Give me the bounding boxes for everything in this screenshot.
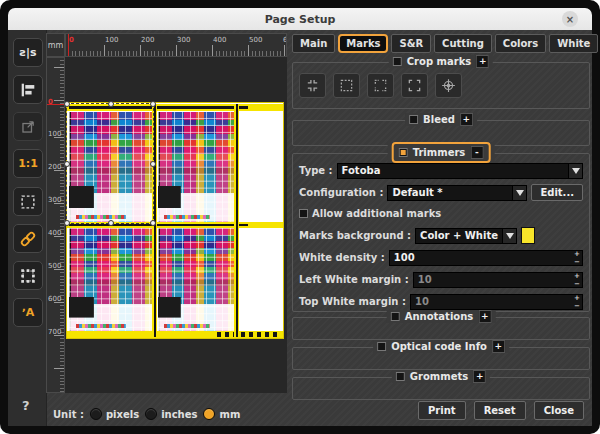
- close-button[interactable]: Close: [534, 401, 584, 420]
- white-density-label: White density :: [299, 252, 385, 263]
- crop-marks-expand-button[interactable]: +: [476, 55, 489, 68]
- spin-up-icon[interactable]: +: [573, 273, 581, 279]
- crop-style-corner-dashed-button[interactable]: [367, 73, 394, 98]
- annotations-checkbox[interactable]: [391, 312, 400, 321]
- spin-up-icon[interactable]: +: [573, 251, 581, 257]
- trimmers-label: Trimmers: [413, 147, 466, 158]
- unit-radio-mm[interactable]: [203, 408, 215, 420]
- crop-style-frame-button[interactable]: [333, 73, 360, 98]
- selection-handle[interactable]: [65, 161, 70, 167]
- zoom-1-1-button[interactable]: 1:1: [13, 149, 43, 178]
- unit-selector: Unit : pixels inches mm: [53, 408, 240, 420]
- print-button[interactable]: Print: [418, 401, 466, 420]
- horizontal-ruler: 0 100 200 300 400 500 6: [65, 33, 287, 57]
- edit-configuration-button[interactable]: Edit...: [531, 184, 583, 201]
- spin-down-icon[interactable]: −: [573, 259, 581, 265]
- unit-radio-inches[interactable]: [145, 408, 157, 420]
- reset-button[interactable]: Reset: [474, 401, 526, 420]
- grommets-expand-button[interactable]: +: [473, 370, 486, 383]
- configuration-dropdown[interactable]: Default *: [387, 185, 527, 201]
- v-ruler-label: 700: [48, 328, 61, 336]
- spin-up-icon[interactable]: +: [573, 295, 581, 301]
- marks-background-dropdown[interactable]: Color + White: [415, 228, 517, 244]
- crop-corner-dashed-icon: [373, 78, 388, 93]
- link-button[interactable]: [13, 224, 43, 253]
- unit-inches-label[interactable]: inches: [161, 409, 197, 420]
- bleed-checkbox[interactable]: [409, 115, 418, 124]
- tab-cutting[interactable]: Cutting: [434, 34, 492, 53]
- trimmers-checkbox[interactable]: [399, 148, 408, 157]
- left-toolbar: ƨ|s 1:1: [8, 30, 47, 426]
- dropdown-arrow-icon[interactable]: [512, 186, 526, 200]
- crop-style-corner-button[interactable]: [401, 73, 428, 98]
- crop-marks-label: Crop marks: [407, 56, 471, 67]
- h-ruler-label: 100: [105, 36, 118, 44]
- unit-radio-pixels[interactable]: [90, 408, 102, 420]
- dropdown-arrow-icon[interactable]: [568, 164, 582, 178]
- unit-pixels-label[interactable]: pixels: [106, 409, 139, 420]
- group-crop-marks: Crop marks +: [292, 62, 590, 109]
- color-chart[interactable]: [158, 228, 234, 331]
- selection-handle[interactable]: [150, 161, 156, 167]
- marks-background-value: Color + White: [420, 230, 512, 241]
- bleed-expand-button[interactable]: +: [460, 113, 473, 126]
- spinner: + −: [573, 295, 581, 309]
- allow-additional-marks-checkbox[interactable]: [299, 209, 308, 218]
- tab-sr[interactable]: S&R: [391, 34, 431, 53]
- titlebar[interactable]: Page Setup ×: [8, 8, 592, 30]
- selection-box[interactable]: [66, 103, 154, 224]
- color-chart[interactable]: [158, 112, 234, 222]
- annotations-expand-button[interactable]: +: [478, 310, 491, 323]
- close-icon[interactable]: ×: [562, 11, 578, 27]
- tab-main[interactable]: Main: [292, 34, 335, 53]
- align-left-icon: [19, 81, 37, 99]
- type-label: Type :: [299, 165, 333, 176]
- unit-mm-label[interactable]: mm: [219, 409, 240, 420]
- white-density-input[interactable]: 100 + −: [389, 250, 583, 266]
- trimmers-collapse-button[interactable]: -: [470, 146, 483, 159]
- align-button[interactable]: [13, 75, 43, 104]
- selection-handle[interactable]: [150, 220, 156, 226]
- grommets-checkbox[interactable]: [396, 372, 405, 381]
- spin-down-icon[interactable]: −: [573, 281, 581, 287]
- optical-code-checkbox[interactable]: [377, 342, 386, 351]
- selection-handle[interactable]: [108, 101, 114, 107]
- marks-background-label: Marks background :: [299, 230, 411, 241]
- registration-mark-icon: [441, 78, 456, 93]
- left-white-margin-input[interactable]: 10 + −: [413, 272, 583, 288]
- vertical-ruler: 0 100 200 300 400 500 600 700: [46, 57, 65, 393]
- selection-handle[interactable]: [108, 220, 114, 226]
- text-tool-button[interactable]: ʼA: [13, 298, 43, 327]
- type-value: Fotoba: [342, 165, 578, 176]
- crop-dashed-frame-icon: [339, 78, 354, 93]
- tab-marks[interactable]: Marks: [338, 34, 388, 53]
- tab-colors[interactable]: Colors: [495, 34, 546, 53]
- spin-down-icon[interactable]: −: [573, 303, 581, 309]
- fit-page-button[interactable]: [13, 187, 43, 216]
- transform-handles-icon: [19, 267, 37, 285]
- crop-marks-checkbox[interactable]: [393, 57, 402, 66]
- top-white-margin-input[interactable]: 10 + −: [410, 294, 583, 310]
- open-external-icon: [20, 118, 37, 135]
- settings-panel: Main Marks S&R Cutting Colors White Varn…: [290, 30, 592, 426]
- marks-background-color-swatch[interactable]: [521, 227, 535, 244]
- tab-white[interactable]: White: [549, 34, 598, 53]
- help-icon[interactable]: ?: [22, 398, 30, 413]
- color-chart[interactable]: [69, 228, 152, 331]
- dialog-body: ƨ|s 1:1: [8, 30, 592, 426]
- v-ruler-label: 0: [48, 98, 53, 106]
- optical-code-expand-button[interactable]: +: [492, 340, 505, 353]
- crop-style-registration-button[interactable]: [435, 73, 462, 98]
- selection-handle[interactable]: [65, 101, 70, 107]
- dropdown-arrow-icon[interactable]: [502, 229, 516, 243]
- open-external-button[interactable]: [13, 112, 43, 141]
- zoom-1-1-icon: 1:1: [18, 157, 38, 170]
- selection-handle[interactable]: [150, 101, 156, 107]
- crop-style-inner-button[interactable]: [299, 73, 326, 98]
- left-white-margin-label: Left White margin :: [299, 274, 409, 285]
- preview-canvas[interactable]: [65, 57, 287, 393]
- mirror-pages-button[interactable]: ƨ|s: [13, 38, 43, 67]
- type-dropdown[interactable]: Fotoba: [337, 163, 583, 179]
- transform-button[interactable]: [13, 261, 43, 290]
- allow-additional-marks-label: Allow additional marks: [312, 208, 441, 219]
